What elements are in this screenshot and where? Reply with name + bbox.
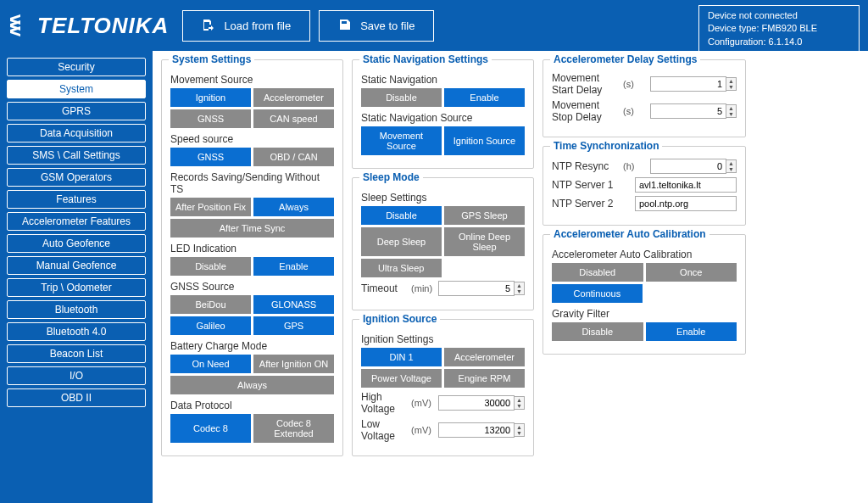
sidebar-item-trip-odometer[interactable]: Trip \ Odometer [7, 278, 146, 297]
sidebar-item-system[interactable]: System [7, 80, 146, 98]
movement-source-ignition[interactable]: Ignition [170, 88, 251, 107]
sleep-settings-label: Sleep Settings [361, 192, 525, 204]
file-load-icon [202, 18, 215, 34]
movement-source-label: Movement Source [170, 74, 334, 86]
sleep-online-deep[interactable]: Online Deep Sleep [444, 227, 525, 256]
ntp-server1-input[interactable] [635, 177, 737, 193]
panel-title: Static Navigation Settings [359, 53, 492, 65]
led-label: LED Indication [170, 243, 334, 254]
movement-start-delay-label: Movement Start Delay [552, 72, 620, 96]
spinner-buttons[interactable]: ▲▼ [515, 282, 525, 295]
accel-cal-continuous[interactable]: Continuous [552, 284, 643, 303]
sidebar-item-bluetooth-4-0[interactable]: Bluetooth 4.0 [7, 322, 146, 341]
sidebar-item-sms-call-settings[interactable]: SMS \ Call Settings [7, 146, 146, 165]
low-voltage-unit: (mV) [411, 425, 435, 435]
stop-delay-unit: (s) [623, 106, 647, 116]
battery-label: Battery Charge Mode [170, 340, 334, 352]
sleep-deep[interactable]: Deep Sleep [361, 227, 442, 256]
sidebar-item-security[interactable]: Security [7, 58, 146, 76]
save-to-file-button[interactable]: Save to file [319, 10, 434, 42]
panel-title: Accelerometer Auto Calibration [550, 228, 709, 240]
ntp-resync-input[interactable] [650, 159, 726, 174]
led-enable[interactable]: Enable [253, 257, 334, 276]
battery-on-need[interactable]: On Need [170, 355, 251, 373]
load-label: Load from file [224, 20, 291, 32]
ignition-engine-rpm[interactable]: Engine RPM [444, 369, 525, 388]
sidebar-item-accelerometer-features[interactable]: Accelerometer Features [7, 212, 146, 231]
sleep-gps[interactable]: GPS Sleep [444, 206, 525, 225]
movement-source-gnss[interactable]: GNSS [170, 109, 251, 128]
ignition-din1[interactable]: DIN 1 [361, 348, 442, 366]
records-label: Records Saving/Sending Without TS [170, 171, 334, 195]
sidebar-item-i-o[interactable]: I/O [7, 366, 146, 385]
logo-icon [8, 14, 34, 36]
sidebar-item-manual-geofence[interactable]: Manual Geofence [7, 256, 146, 275]
ntp-resync-unit: (h) [623, 161, 647, 171]
ignition-settings-label: Ignition Settings [361, 333, 525, 345]
records-after-time[interactable]: After Time Sync [170, 219, 334, 238]
records-always[interactable]: Always [253, 198, 334, 216]
high-voltage-label: High Voltage [361, 391, 408, 415]
panel-title: System Settings [169, 53, 254, 65]
ntp-server2-input[interactable] [635, 196, 737, 211]
gnss-glonass[interactable]: GLONASS [253, 295, 334, 314]
timeout-input[interactable] [438, 281, 515, 296]
sidebar-item-bluetooth[interactable]: Bluetooth [7, 300, 146, 319]
sidebar-item-obd-ii[interactable]: OBD II [7, 388, 146, 407]
sleep-disable[interactable]: Disable [361, 206, 442, 225]
high-voltage-unit: (mV) [411, 398, 435, 408]
sidebar-item-gprs[interactable]: GPRS [7, 102, 146, 120]
sidebar-item-beacon-list[interactable]: Beacon List [7, 344, 146, 363]
gnss-galileo[interactable]: Galileo [170, 316, 251, 335]
battery-always[interactable]: Always [170, 376, 334, 394]
spinner-buttons[interactable]: ▲▼ [726, 159, 737, 173]
accel-cal-disabled[interactable]: Disabled [552, 263, 643, 282]
load-from-file-button[interactable]: Load from file [182, 10, 310, 42]
ntp-server1-label: NTP Server 1 [552, 179, 632, 191]
gnss-source-label: GNSS Source [170, 281, 334, 293]
battery-after-ignition[interactable]: After Ignition ON [253, 355, 334, 373]
static-nav-source-ignition[interactable]: Ignition Source [444, 126, 525, 155]
protocol-codec8[interactable]: Codec 8 [170, 414, 251, 443]
logo-text: TELTONIKA [37, 13, 169, 39]
static-nav-disable[interactable]: Disable [361, 88, 442, 107]
spinner-buttons[interactable]: ▲▼ [726, 77, 737, 91]
movement-stop-delay-input[interactable] [650, 103, 726, 119]
spinner-buttons[interactable]: ▲▼ [515, 396, 525, 410]
static-nav-label: Static Navigation [361, 74, 525, 86]
movement-source-accelerometer[interactable]: Accelerometer [253, 88, 334, 107]
speed-source-gnss[interactable]: GNSS [170, 148, 251, 166]
gnss-gps[interactable]: GPS [253, 316, 334, 335]
speed-source-obd-can[interactable]: OBD / CAN [253, 148, 334, 166]
high-voltage-input[interactable] [438, 395, 515, 411]
movement-start-delay-input[interactable] [650, 76, 726, 92]
gravity-disable[interactable]: Disable [552, 322, 643, 341]
protocol-codec8-extended[interactable]: Codec 8 Extended [253, 414, 334, 443]
device-status-box: Device not connected Device type: FMB920… [698, 5, 860, 53]
panel-accelerometer-calibration: Accelerometer Auto Calibration Accelerom… [542, 234, 746, 355]
sidebar-item-gsm-operators[interactable]: GSM Operators [7, 168, 146, 187]
records-after-position[interactable]: After Position Fix [170, 198, 251, 216]
spinner-buttons[interactable]: ▲▼ [726, 104, 737, 118]
static-nav-source-movement[interactable]: Movement Source [361, 126, 442, 155]
spinner-buttons[interactable]: ▲▼ [515, 423, 525, 437]
static-nav-enable[interactable]: Enable [444, 88, 525, 107]
panel-title: Time Synchronization [550, 140, 662, 152]
sidebar-item-auto-geofence[interactable]: Auto Geofence [7, 234, 146, 253]
header: TELTONIKA Load from file Save to file De… [0, 0, 868, 51]
ignition-accelerometer[interactable]: Accelerometer [444, 348, 525, 366]
accel-cal-once[interactable]: Once [646, 263, 737, 282]
ignition-power-voltage[interactable]: Power Voltage [361, 369, 442, 388]
gnss-beidou[interactable]: BeiDou [170, 295, 251, 314]
sleep-ultra[interactable]: Ultra Sleep [361, 259, 442, 277]
gravity-enable[interactable]: Enable [646, 322, 737, 341]
panel-time-sync: Time Synchronization NTP Resync (h) ▲▼ N… [542, 146, 746, 226]
panel-static-navigation: Static Navigation Settings Static Naviga… [352, 59, 534, 169]
movement-source-can-speed[interactable]: CAN speed [253, 109, 334, 128]
sidebar-item-features[interactable]: Features [7, 190, 146, 209]
led-disable[interactable]: Disable [170, 257, 251, 276]
speed-source-label: Speed source [170, 133, 334, 145]
sidebar-item-data-acquisition[interactable]: Data Acquisition [7, 124, 146, 143]
ntp-resync-label: NTP Resync [552, 160, 620, 172]
low-voltage-input[interactable] [438, 422, 515, 438]
